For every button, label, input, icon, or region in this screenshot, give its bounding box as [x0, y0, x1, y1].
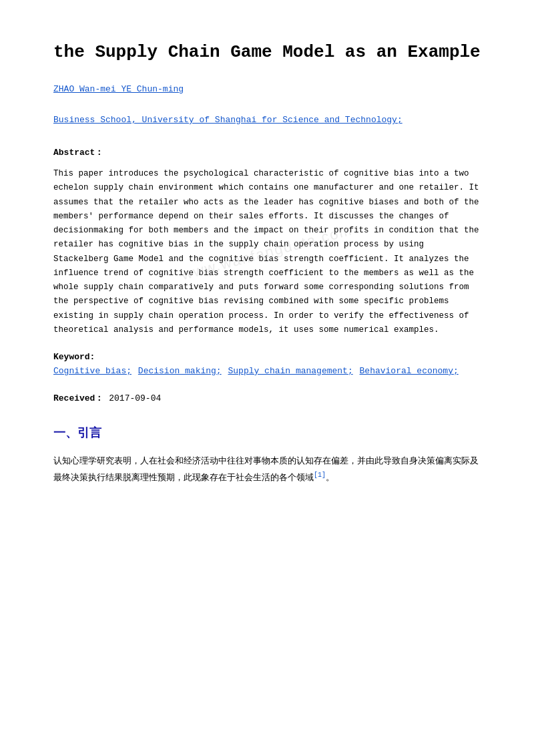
abstract-label: Abstract： [53, 146, 481, 160]
abstract-text-content: This paper introduces the psychological … [53, 169, 479, 335]
authors-link[interactable]: ZHAO Wan-mei YE Chun-ming [53, 84, 184, 94]
section1-end: 。 [326, 474, 334, 483]
affiliation-section: Business School, University of Shanghai … [53, 113, 481, 128]
keyword-section: Keyword: Cognitive bias; Decision making… [53, 351, 481, 379]
received-section: Received： 2017-09-04 [53, 392, 481, 406]
section1-text-content: 认知心理学研究表明，人在社会和经济活动中往往对事物本质的认知存在偏差，并由此导致… [53, 457, 479, 483]
keyword-item-3[interactable]: Behavioral economy; [360, 366, 459, 376]
page-title: the Supply Chain Game Model as an Exampl… [53, 40, 481, 64]
authors-section: ZHAO Wan-mei YE Chun-ming [53, 83, 481, 97]
abstract-body: This paper introduces the psychological … [53, 167, 481, 337]
section1-ref: [1] [314, 471, 326, 479]
keyword-item-1[interactable]: Decision making; [138, 366, 222, 376]
section1-heading: 一、引言 [53, 424, 481, 443]
received-label: Received： [53, 393, 103, 403]
keywords-list: Cognitive bias; Decision making; Supply … [53, 365, 481, 379]
keyword-item-0[interactable]: Cognitive bias; [53, 366, 131, 376]
section1-text: 认知心理学研究表明，人在社会和经济活动中往往对事物本质的认知存在偏差，并由此导致… [53, 454, 481, 486]
received-date: 2017-09-04 [109, 393, 161, 403]
affiliation-link[interactable]: Business School, University of Shanghai … [53, 115, 403, 125]
keyword-label: Keyword: [53, 352, 95, 362]
keyword-item-2[interactable]: Supply chain management; [228, 366, 352, 376]
